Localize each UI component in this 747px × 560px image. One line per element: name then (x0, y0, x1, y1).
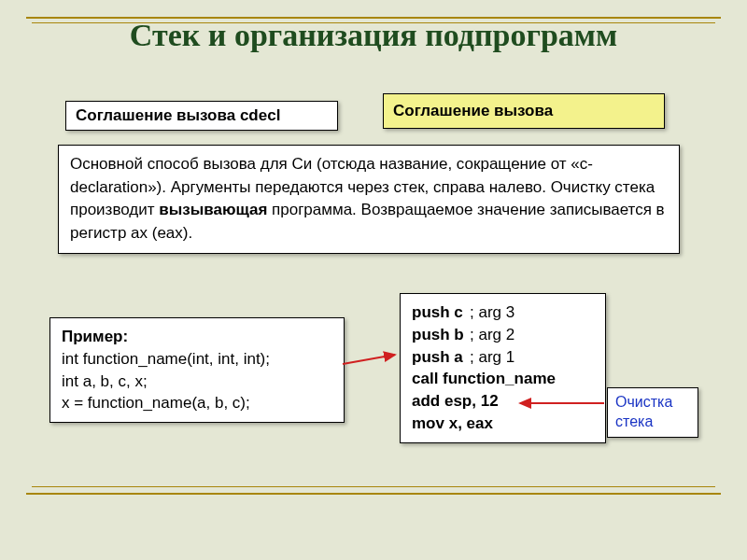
example-line2: int a, b, c, x; (62, 371, 332, 393)
cleanup-box: Очистка стека (607, 387, 698, 438)
asm-op-3: call function_name (412, 368, 556, 390)
header-left-box: Соглашение вызова cdecl (65, 101, 338, 131)
example-label: Пример: (62, 326, 332, 348)
asm-op-5: mov x, eax (412, 413, 493, 435)
example-line3: x = function_name(a, b, c); (62, 392, 332, 414)
main-text-box: Основной способ вызова для Си (отсюда на… (58, 145, 680, 254)
main-text-bold: вызывающая (159, 201, 267, 218)
page-title: Стек и организация подпрограмм (0, 17, 747, 53)
cleanup-line1: Очистка (615, 393, 690, 413)
cleanup-line2: стека (615, 413, 690, 432)
example-box: Пример: int function_name(int, int, int)… (49, 317, 345, 423)
asm-cm-0: ; arg 3 (470, 301, 514, 324)
asm-op-0: push c (412, 301, 470, 324)
asm-op-1: push b (412, 324, 470, 346)
asm-box: push c; arg 3 push b; arg 2 push a; arg … (400, 293, 606, 443)
example-line1: int function_name(int, int, int); (62, 348, 332, 371)
header-right-box: Соглашение вызова (383, 93, 665, 129)
asm-op-2: push a (412, 346, 470, 369)
asm-cm-1: ; arg 2 (470, 324, 514, 346)
asm-op-4: add esp, 12 (412, 390, 499, 413)
asm-cm-2: ; arg 1 (470, 346, 514, 369)
